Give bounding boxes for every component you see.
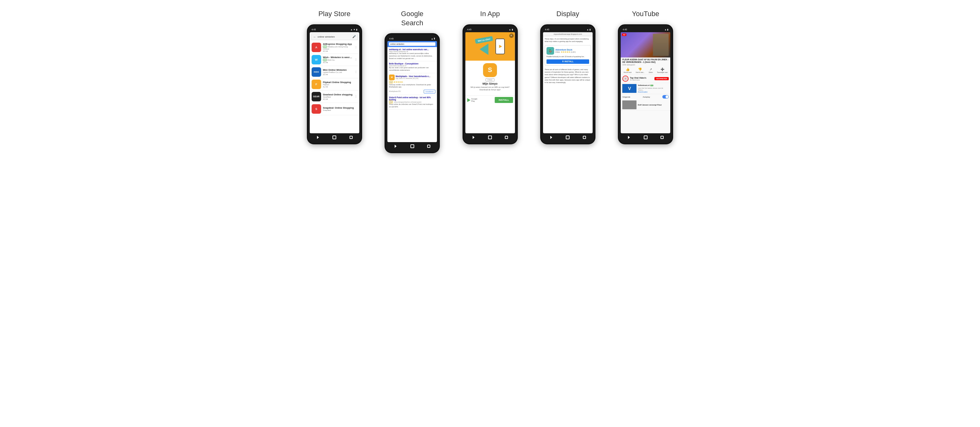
- home-button[interactable]: [643, 135, 648, 140]
- next-video-item[interactable]: Dolf Jansen verzorgt Fleur: [621, 99, 670, 110]
- back-button[interactable]: [627, 135, 631, 140]
- result-url: wehkamp.nl - het online warenhuis van...: [389, 48, 435, 51]
- back-button[interactable]: [549, 135, 554, 140]
- signal-icon: ▲: [587, 29, 589, 30]
- back-button[interactable]: [393, 144, 398, 148]
- menu-dots-icon[interactable]: ⋮: [355, 58, 357, 61]
- phone-nav-bar: [543, 133, 593, 140]
- wifi-icon: ▼: [353, 29, 355, 30]
- display-column: Display 4:45 ▲ ▮ mypocketdreamapp.blogsp…: [534, 10, 601, 144]
- result-store: App Store 4.0 ★★★★★ (55,130): [396, 77, 430, 79]
- share-button[interactable]: ↗ Delen: [649, 68, 653, 73]
- like-button[interactable]: 👍 Vind ik leuk: [624, 68, 632, 73]
- app-dev: AdAlibaba.com Hong Kong Limited: [323, 46, 353, 50]
- ad-description: Paddle furiously to win! 25 levels of qu…: [547, 56, 589, 58]
- phone-status-bar: 4:45 ▲ ▼ ▮: [310, 28, 359, 32]
- home-button[interactable]: [332, 135, 337, 140]
- result-desc: Shop online de collecties van SisterS Po…: [389, 103, 435, 108]
- status-icons: ▲ ▼ ▮: [350, 29, 357, 31]
- add-to-button[interactable]: ➕ Toevoegen aan: [657, 68, 668, 73]
- url-bar[interactable]: mypocketdreamapp.blogspot.com: [543, 32, 593, 36]
- app-detail: S FREE Mijn Simyo Wil jij weten hoeveel …: [465, 61, 515, 96]
- app-rating: 4.5 ★: [323, 61, 353, 64]
- add-label: Toevoegen aan: [657, 72, 668, 73]
- display-title: Display: [556, 10, 579, 19]
- menu-dots-icon[interactable]: ⋮: [355, 70, 357, 73]
- app-info: AliExpress Shopping App AdAlibaba.com Ho…: [323, 43, 353, 52]
- youtube-column: YouTube 4:45 ▲ ▮ AD FLEUR AGEMA GAAT AF …: [612, 10, 679, 144]
- ad-header: 🦆 Adventure Duck FREE ★★★★★ (3,457): [547, 47, 589, 55]
- app-icon: F: [312, 80, 321, 89]
- search-bar[interactable]: online winkelen: [387, 41, 437, 47]
- home-button[interactable]: [410, 144, 415, 148]
- app-name: Mijn Simyo: [482, 82, 498, 85]
- list-item[interactable]: W Wish - Winkelen is weer leuk AdWish In…: [310, 54, 359, 66]
- recents-button[interactable]: [349, 135, 353, 140]
- google-search-screen: online winkelen wehkamp.nl - het online …: [387, 41, 437, 142]
- recents-button[interactable]: [582, 135, 587, 140]
- suggest-description: Lees hier het laatste nieuws over de Tid…: [638, 87, 669, 91]
- home-button[interactable]: [565, 135, 570, 140]
- suggested-video-item[interactable]: V Volkskrant.nl Ad Lees hier het laatste…: [621, 83, 670, 94]
- arrow-graphic: [480, 44, 488, 55]
- rating-stars: ★★★★★: [393, 81, 403, 83]
- channel-logo: V: [622, 75, 628, 82]
- menu-dots-icon[interactable]: ⋮: [355, 46, 357, 49]
- app-name: Gearbest Online shopping: [323, 93, 353, 96]
- youtube-title: YouTube: [632, 10, 659, 19]
- list-item[interactable]: F Flipkart Online Shopping Flipkart 4.2 …: [310, 78, 359, 91]
- result-full-url: Ad www.designerfashion.nl/sisterspoint: [389, 101, 435, 103]
- channel-info: Top Viral Video's 2k abonnees: [630, 77, 653, 81]
- play-triangle-icon: [467, 98, 471, 102]
- autoplay-toggle[interactable]: [662, 95, 669, 99]
- suggest-thumbnail: V: [622, 84, 636, 93]
- result-url: SisterS Point online webshop - tot wel 6…: [389, 96, 435, 101]
- display-phone: 4:45 ▲ ▮ mypocketdreamapp.blogspot.com T…: [540, 24, 595, 144]
- menu-dots-icon[interactable]: ⋮: [355, 95, 357, 98]
- back-button[interactable]: [316, 135, 320, 140]
- battery-icon: ▮: [356, 29, 357, 31]
- back-button[interactable]: [471, 135, 476, 140]
- search-result-ad[interactable]: SisterS Point online webshop - tot wel 6…: [387, 95, 437, 110]
- phone-graphic: [495, 38, 505, 54]
- close-button[interactable]: ✕: [509, 33, 514, 38]
- install-button[interactable]: ⬇ INSTALL: [547, 59, 589, 64]
- dislike-button[interactable]: 👎 Vind ik niet...: [636, 68, 645, 73]
- search-result[interactable]: wehkamp.nl - het online warenhuis van...…: [387, 47, 437, 61]
- list-item[interactable]: S Snapdeal: Online Shopping Snapdeal: [310, 103, 359, 115]
- list-item[interactable]: A AliExpress Shopping App AdAlibaba.com …: [310, 41, 359, 54]
- play-store-search-bar[interactable]: ← online winkelen 🎤: [311, 33, 358, 40]
- phone-nav-bar: [621, 133, 670, 140]
- install-button[interactable]: INSTALL: [495, 97, 513, 103]
- subscribe-button[interactable]: ABONNEREN: [654, 77, 669, 80]
- ad-banner: Wel zo slim! ✕: [465, 32, 515, 61]
- status-time: 4:45: [467, 29, 472, 30]
- arrow-icon: [480, 44, 488, 55]
- ad-label: Ad: [389, 101, 393, 103]
- app-name: Snapdeal: Online Shopping: [323, 107, 357, 109]
- recents-button[interactable]: [504, 135, 509, 140]
- suggest-action[interactable]: Downloaden: [638, 91, 669, 93]
- display-ad-card[interactable]: 🦆 Adventure Duck FREE ★★★★★ (3,457) Padd…: [545, 45, 591, 66]
- video-title: FLEUR AGEMA GAAT AF BIJ PAUW EN JINEK - …: [621, 57, 670, 64]
- app-name: Flipkart Online Shopping: [323, 81, 357, 84]
- video-thumbnail[interactable]: AD: [621, 32, 670, 57]
- recents-button[interactable]: [426, 144, 431, 148]
- install-button[interactable]: Installeren: [424, 90, 435, 94]
- search-result[interactable]: Belle Boutique - Conceptstore www.belle-…: [387, 61, 437, 73]
- thumbs-down-icon: 👎: [638, 68, 642, 71]
- search-result-ad[interactable]: M Marktplaats - Voor tweedehands e... Ap…: [387, 73, 437, 95]
- search-input[interactable]: online winkelen: [389, 42, 435, 46]
- phone-nav-bar: [310, 133, 359, 140]
- phone-status-bar: 4:45 ▲ ▮: [387, 37, 437, 41]
- google-search-column: GoogleSearch 4:45 ▲ ▮ online winkelen we…: [378, 10, 446, 153]
- home-button[interactable]: [488, 135, 492, 140]
- recents-button[interactable]: [660, 135, 664, 140]
- status-time: 4:45: [545, 29, 549, 30]
- list-item[interactable]: mini Mini Online Winkelen LightInTheBox …: [310, 66, 359, 78]
- app-info: Wish - Winkelen is weer leuk AdWish Inc.…: [323, 56, 353, 64]
- display-screen: mypocketdreamapp.blogspot.com These days…: [543, 32, 593, 133]
- phone-nav-bar: [465, 133, 515, 140]
- app-info: Flipkart Online Shopping Flipkart 4.2 ★: [323, 81, 357, 88]
- list-item[interactable]: GEAR Gearbest Online shopping GearBest 4…: [310, 91, 359, 103]
